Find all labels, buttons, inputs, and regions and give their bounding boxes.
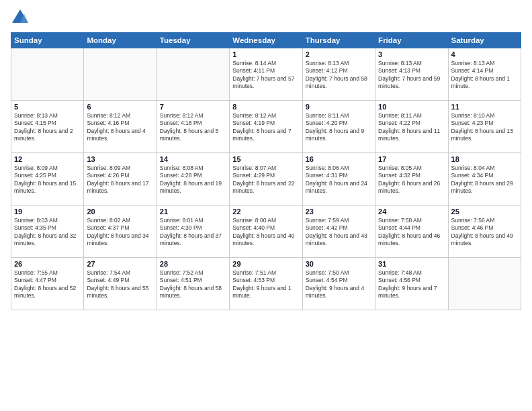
cell-text: Sunrise: 8:02 AM — [87, 217, 153, 224]
calendar-cell: 6Sunrise: 8:12 AMSunset: 4:16 PMDaylight… — [84, 101, 157, 153]
logo — [11, 8, 32, 27]
cell-text: Daylight: 8 hours and 32 minutes. — [14, 232, 81, 248]
cell-text: Sunrise: 8:05 AM — [378, 165, 445, 172]
cell-text: Daylight: 8 hours and 37 minutes. — [160, 232, 226, 248]
cell-text: Sunrise: 8:07 AM — [232, 165, 299, 172]
calendar-cell: 5Sunrise: 8:13 AMSunset: 4:15 PMDaylight… — [11, 101, 84, 153]
calendar-cell: 8Sunrise: 8:12 AMSunset: 4:19 PMDaylight… — [230, 101, 302, 153]
cell-text: Daylight: 9 hours and 1 minute. — [232, 285, 299, 300]
cell-text: Daylight: 9 hours and 4 minutes. — [306, 285, 372, 300]
calendar-cell: 3Sunrise: 8:13 AMSunset: 4:13 PMDaylight… — [375, 48, 448, 101]
calendar-cell: 20Sunrise: 8:02 AMSunset: 4:37 PMDayligh… — [84, 205, 157, 258]
cell-text: Daylight: 8 hours and 24 minutes. — [306, 180, 372, 195]
day-number: 29 — [232, 260, 299, 268]
calendar-cell: 31Sunrise: 7:48 AMSunset: 4:56 PMDayligh… — [375, 258, 448, 310]
calendar-cell: 18Sunrise: 8:04 AMSunset: 4:34 PMDayligh… — [448, 153, 521, 205]
cell-text: Sunrise: 8:10 AM — [451, 112, 518, 120]
calendar-cell: 24Sunrise: 7:58 AMSunset: 4:44 PMDayligh… — [375, 205, 448, 258]
cell-text: Sunset: 4:11 PM — [232, 67, 299, 75]
calendar-cell: 19Sunrise: 8:03 AMSunset: 4:35 PMDayligh… — [11, 205, 84, 258]
cell-text: Daylight: 8 hours and 22 minutes. — [232, 180, 299, 195]
cell-text: Sunrise: 8:04 AM — [451, 165, 518, 172]
cell-text: Sunrise: 8:00 AM — [232, 217, 299, 224]
cell-text: Sunset: 4:49 PM — [87, 277, 153, 284]
day-number: 1 — [232, 50, 299, 58]
cell-text: Daylight: 8 hours and 9 minutes. — [306, 128, 372, 143]
cell-text: Sunrise: 8:14 AM — [232, 60, 299, 67]
calendar-cell: 29Sunrise: 7:51 AMSunset: 4:53 PMDayligh… — [230, 258, 302, 310]
page: SundayMondayTuesdayWednesdayThursdayFrid… — [0, 0, 532, 411]
day-number: 14 — [160, 155, 226, 163]
cell-text: Sunrise: 8:03 AM — [14, 217, 81, 224]
calendar-cell — [448, 258, 521, 310]
day-header-wednesday: Wednesday — [230, 33, 302, 48]
cell-text: Daylight: 8 hours and 43 minutes. — [306, 232, 372, 248]
cell-text: Sunset: 4:42 PM — [306, 224, 372, 232]
calendar-cell: 23Sunrise: 7:59 AMSunset: 4:42 PMDayligh… — [302, 205, 375, 258]
cell-text: Sunset: 4:25 PM — [14, 172, 81, 179]
cell-text: Daylight: 8 hours and 5 minutes. — [160, 128, 226, 143]
calendar-cell: 7Sunrise: 8:12 AMSunset: 4:18 PMDaylight… — [157, 101, 229, 153]
day-number: 17 — [378, 155, 445, 163]
cell-text: Sunset: 4:34 PM — [451, 172, 518, 179]
calendar-cell: 17Sunrise: 8:05 AMSunset: 4:32 PMDayligh… — [375, 153, 448, 205]
cell-text: Daylight: 8 hours and 4 minutes. — [87, 128, 153, 143]
header — [11, 8, 521, 27]
week-row-4: 26Sunrise: 7:55 AMSunset: 4:47 PMDayligh… — [11, 258, 521, 310]
day-number: 6 — [87, 103, 153, 111]
cell-text: Sunset: 4:19 PM — [232, 120, 299, 127]
cell-text: Daylight: 9 hours and 7 minutes. — [378, 285, 445, 300]
week-row-0: 1Sunrise: 8:14 AMSunset: 4:11 PMDaylight… — [11, 48, 521, 101]
cell-text: Daylight: 8 hours and 15 minutes. — [14, 180, 81, 195]
cell-text: Daylight: 8 hours and 46 minutes. — [378, 232, 445, 248]
day-number: 9 — [306, 103, 372, 111]
cell-text: Sunset: 4:47 PM — [14, 277, 81, 284]
cell-text: Sunset: 4:37 PM — [87, 224, 153, 232]
cell-text: Sunrise: 8:01 AM — [160, 217, 226, 224]
cell-text: Sunset: 4:26 PM — [87, 172, 153, 179]
cell-text: Sunset: 4:46 PM — [451, 224, 518, 232]
cell-text: Sunset: 4:56 PM — [378, 277, 445, 284]
day-number: 31 — [378, 260, 445, 268]
day-number: 24 — [378, 208, 445, 216]
cell-text: Sunset: 4:44 PM — [378, 224, 445, 232]
day-number: 11 — [451, 103, 518, 111]
cell-text: Sunrise: 8:12 AM — [87, 112, 153, 120]
calendar-cell: 2Sunrise: 8:13 AMSunset: 4:12 PMDaylight… — [302, 48, 375, 101]
cell-text: Daylight: 8 hours and 58 minutes. — [160, 285, 226, 300]
cell-text: Sunrise: 7:58 AM — [378, 217, 445, 224]
day-number: 8 — [232, 103, 299, 111]
day-header-friday: Friday — [375, 33, 448, 48]
cell-text: Sunrise: 7:55 AM — [14, 269, 81, 277]
day-header-monday: Monday — [84, 33, 157, 48]
day-number: 15 — [232, 155, 299, 163]
cell-text: Sunset: 4:14 PM — [451, 67, 518, 75]
day-header-sunday: Sunday — [11, 33, 84, 48]
cell-text: Sunrise: 8:13 AM — [14, 112, 81, 120]
cell-text: Sunset: 4:53 PM — [232, 277, 299, 284]
day-header-saturday: Saturday — [448, 33, 521, 48]
day-number: 3 — [378, 50, 445, 58]
day-number: 19 — [14, 208, 81, 216]
cell-text: Daylight: 8 hours and 13 minutes. — [451, 128, 518, 143]
cell-text: Daylight: 8 hours and 11 minutes. — [378, 128, 445, 143]
day-number: 21 — [160, 208, 226, 216]
calendar-cell: 4Sunrise: 8:13 AMSunset: 4:14 PMDaylight… — [448, 48, 521, 101]
cell-text: Sunrise: 7:54 AM — [87, 269, 153, 277]
calendar-cell: 1Sunrise: 8:14 AMSunset: 4:11 PMDaylight… — [230, 48, 302, 101]
calendar-cell: 11Sunrise: 8:10 AMSunset: 4:23 PMDayligh… — [448, 101, 521, 153]
calendar-cell: 27Sunrise: 7:54 AMSunset: 4:49 PMDayligh… — [84, 258, 157, 310]
day-number: 18 — [451, 155, 518, 163]
cell-text: Daylight: 8 hours and 26 minutes. — [378, 180, 445, 195]
cell-text: Sunset: 4:12 PM — [306, 67, 372, 75]
day-number: 12 — [14, 155, 81, 163]
cell-text: Daylight: 7 hours and 59 minutes. — [378, 75, 445, 91]
calendar-cell — [157, 48, 229, 101]
calendar-cell: 28Sunrise: 7:52 AMSunset: 4:51 PMDayligh… — [157, 258, 229, 310]
cell-text: Sunset: 4:35 PM — [14, 224, 81, 232]
cell-text: Sunset: 4:32 PM — [378, 172, 445, 179]
cell-text: Daylight: 8 hours and 34 minutes. — [87, 232, 153, 248]
cell-text: Daylight: 8 hours and 55 minutes. — [87, 285, 153, 300]
day-number: 27 — [87, 260, 153, 268]
day-number: 25 — [451, 208, 518, 216]
